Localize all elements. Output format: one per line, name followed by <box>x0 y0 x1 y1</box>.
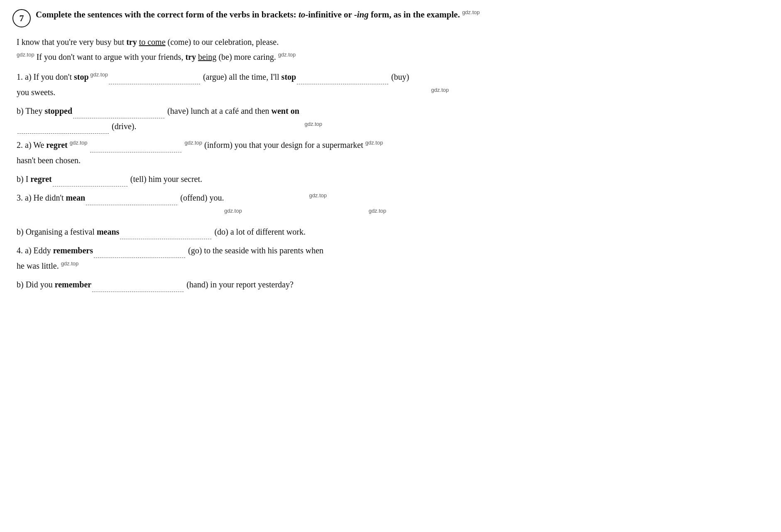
sentence-3a-watermarks: gdz.top gdz.top <box>17 206 769 221</box>
label-4a: 4. a) Eddy <box>17 246 53 255</box>
sentence-3a-line: 3. a) He didn't mean (offend) you. gdz.t… <box>17 191 769 205</box>
cont-2a: hasn't been chosen. <box>17 156 81 165</box>
example2-underline: being <box>198 52 216 61</box>
means-bold: means <box>97 227 119 236</box>
watermark-ex2-2: gdz.top <box>278 51 296 58</box>
example-line-1: I know that you're very busy but try to … <box>17 35 769 49</box>
blank-2a <box>90 152 181 152</box>
cont-1a: you sweets. <box>17 88 55 97</box>
sentence-1a-cont: you sweets. gdz.top <box>17 85 769 100</box>
hint-3b: (do) a lot of different work. <box>212 227 306 236</box>
watermark-2a-3: gdz.top <box>365 140 383 146</box>
exercise-number: 7 <box>12 9 31 27</box>
blank-1b-2 <box>17 133 109 134</box>
stop-bold-1a: stop <box>74 72 89 81</box>
hint-2b: (tell) him your secret. <box>128 174 202 184</box>
exercise-title: Complete the sentences with the correct … <box>36 8 480 21</box>
example2-bold: try <box>185 52 196 61</box>
sentence-1a-line: 1. a) If you don't stop gdz.top (argue) … <box>17 70 769 84</box>
watermark-4a: gdz.top <box>61 260 79 267</box>
hint-4a: (go) to the seaside with his parents whe… <box>186 246 323 255</box>
example1-rest: (come) to our celebration, please. <box>166 37 279 47</box>
label-4b: b) Did you <box>17 280 55 289</box>
regret-bold-2b: regret <box>30 174 51 184</box>
mean-bold: mean <box>66 193 86 202</box>
hint-2a: (inform) you that your design for a supe… <box>204 140 363 150</box>
example2-text-before: If you don't want to argue with your fri… <box>37 52 186 61</box>
watermark-3a-2: gdz.top <box>224 208 242 214</box>
sentence-1b: b) They stopped (have) lunch at a café a… <box>17 104 769 134</box>
watermark-1a: gdz.top <box>89 71 108 78</box>
sentence-2a: 2. a) We regret gdz.top gdz.top (inform)… <box>17 138 769 168</box>
cont-4a: he was little. <box>17 261 59 270</box>
example1-text-before: I know that you're very busy but <box>17 37 126 47</box>
blank-1a-1 <box>109 84 200 84</box>
sentence-2a-line1: 2. a) We regret gdz.top gdz.top (inform)… <box>17 138 769 152</box>
sentence-3b: b) Organising a festival means (do) a lo… <box>17 225 769 239</box>
label-1b: b) They <box>17 106 44 115</box>
label-3a: 3. a) He didn't <box>17 193 66 202</box>
sentence-3a: 3. a) He didn't mean (offend) you. gdz.t… <box>17 191 769 221</box>
sentence-4b: b) Did you remember (hand) in your repor… <box>17 277 769 292</box>
stop-bold-1a-2: stop <box>282 72 296 81</box>
blank-3a <box>86 205 177 205</box>
example1-bold: try <box>126 37 137 47</box>
stopped-bold: stopped <box>44 106 72 115</box>
label-2a: 2. a) We <box>17 140 46 150</box>
watermark-header: gdz.top <box>462 9 480 15</box>
example-block: I know that you're very busy but try to … <box>17 35 769 64</box>
hint-1a-1: (argue) all the time, I'll <box>201 72 282 81</box>
went-on-bold: went on <box>272 106 299 115</box>
hint-3a: (offend) you. <box>178 193 224 202</box>
sentence-4a-line1: 4. a) Eddy remembers (go) to the seaside… <box>17 243 769 258</box>
watermark-ex2-1: gdz.top <box>17 51 34 58</box>
watermark-2a-1: gdz.top <box>70 140 88 146</box>
watermark-1b: gdz.top <box>304 121 322 127</box>
sentence-4a: 4. a) Eddy remembers (go) to the seaside… <box>17 243 769 273</box>
watermark-3a-3: gdz.top <box>369 208 387 214</box>
sentence-1b-line2: (drive). gdz.top <box>17 119 769 134</box>
remember-bold: remember <box>55 280 91 289</box>
regret-bold-2a: regret <box>46 140 67 150</box>
example1-underline: to come <box>139 37 166 47</box>
label-2b: b) I <box>17 174 30 184</box>
content-area: I know that you're very busy but try to … <box>12 35 769 292</box>
sentence-2a-line2: hasn't been chosen. <box>17 153 769 168</box>
sentence-1a: 1. a) If you don't stop gdz.top (argue) … <box>17 70 769 100</box>
hint-1b-1: (have) lunch at a café and then <box>165 106 271 115</box>
sentence-2b: b) I regret (tell) him your secret. <box>17 172 769 186</box>
watermark-2a-2: gdz.top <box>184 140 202 146</box>
sentence-4b-line: b) Did you remember (hand) in your repor… <box>17 277 769 292</box>
hint-4b: (hand) in your report yesterday? <box>184 280 294 289</box>
label-3b: b) Organising a festival <box>17 227 97 236</box>
example2-rest: (be) more caring. <box>216 52 276 61</box>
watermark-1a-2: gdz.top <box>431 87 449 93</box>
blank-4a <box>94 257 185 258</box>
title-text: Complete the sentences with the correct … <box>36 10 460 20</box>
sentence-1b-line1: b) They stopped (have) lunch at a café a… <box>17 104 769 118</box>
blank-1b-1 <box>73 118 164 118</box>
blank-3b <box>120 239 211 239</box>
blank-4b <box>92 292 184 292</box>
sentence-3b-line: b) Organising a festival means (do) a lo… <box>17 225 769 239</box>
hint-1a-2: (buy) <box>389 72 409 81</box>
sentence-4a-line2: he was little. gdz.top <box>17 259 769 273</box>
blank-1a-2 <box>297 84 388 84</box>
hint-1b-2: (drive). <box>110 122 136 131</box>
sentence-2b-line: b) I regret (tell) him your secret. <box>17 172 769 186</box>
watermark-3a-1: gdz.top <box>309 192 327 199</box>
blank-2b <box>53 186 127 186</box>
label-1a: 1. a) If you don't <box>17 72 74 81</box>
example-line-2: gdz.top If you don't want to argue with … <box>17 50 769 64</box>
remembers-bold: remembers <box>53 246 93 255</box>
